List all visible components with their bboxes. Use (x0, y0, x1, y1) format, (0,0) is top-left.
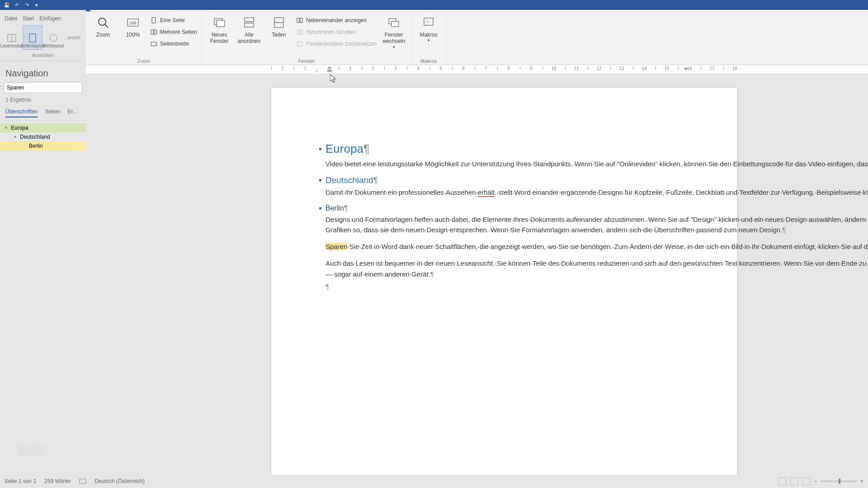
left-group-ansichten: Ansichten (0, 52, 86, 61)
macros-icon (421, 15, 436, 30)
reset-pos-icon (296, 40, 303, 47)
view-print-icon[interactable] (790, 477, 798, 485)
globe-icon (48, 33, 59, 43)
qat-more[interactable]: ▾ (33, 1, 41, 9)
left-btn-seitenlayout[interactable]: Seitenlayout (23, 25, 42, 50)
hundred-percent-button[interactable]: 100 100% (120, 14, 146, 38)
view-web-icon[interactable] (802, 477, 810, 485)
multi-page-button[interactable]: Mehrere Seiten (150, 27, 197, 37)
left-btn-weblayout[interactable]: Weblayout (43, 25, 63, 50)
nav-tab-seiten[interactable]: Seiten (45, 108, 60, 117)
page-width-label: Seitenbreite (160, 41, 189, 47)
status-language[interactable]: Deutsch (Österreich) (94, 478, 145, 484)
paragraph[interactable]: Designs·und·Formatvorlagen·helfen·auch·d… (326, 214, 683, 235)
ruler-tick: 18 (723, 66, 746, 71)
ruler-tick: 13 (610, 66, 633, 71)
switch-window-icon (387, 15, 401, 30)
svg-rect-11 (151, 42, 156, 46)
ruler-tick: 11 (565, 66, 588, 71)
svg-rect-21 (300, 30, 302, 34)
book-icon (6, 33, 17, 43)
nav-item-deutschland[interactable]: ▸ Deutschland (0, 132, 86, 141)
svg-rect-9 (151, 30, 153, 34)
chevron-down-icon: ▸ (14, 134, 17, 139)
nav-item-europa[interactable]: ▸ Europa (0, 123, 86, 132)
left-btn-lesemodus[interactable]: Lesemodus (2, 25, 22, 50)
heading-europa[interactable]: Europa¶ (326, 142, 683, 156)
multi-page-icon (150, 28, 157, 36)
split-icon (272, 15, 286, 30)
right-indent-marker[interactable] (684, 68, 688, 70)
paragraph[interactable]: Damit·Ihr·Dokument·ein·professionelles·A… (326, 187, 683, 197)
heading-deutschland[interactable]: Deutschland¶ (326, 175, 683, 185)
watermark-butterfly-icon (14, 438, 50, 470)
status-page[interactable]: Seite 1 von 1 (5, 478, 36, 484)
heading-berlin[interactable]: Berlin¶ (326, 204, 683, 212)
paragraph[interactable]: Sparen·Sie·Zeit·in·Word·dank·neuer·Schal… (326, 241, 683, 252)
navigation-search-input[interactable] (4, 82, 82, 93)
qat-redo[interactable]: ↷ (23, 1, 31, 9)
group-makros: Makros (416, 57, 441, 64)
collapse-icon[interactable] (319, 207, 321, 209)
zoom-out-button[interactable]: − (814, 478, 817, 484)
nav-item-berlin[interactable]: Berlin (0, 141, 86, 150)
macros-label: Makros (420, 32, 437, 38)
group-zoom: Zoom (90, 57, 197, 64)
navigation-result-count: 1 Ergebnis (0, 93, 86, 107)
document-page[interactable]: Europa¶ Video·bietet·eine·leistungsstark… (271, 88, 737, 474)
ruler-tick: 2 (271, 66, 294, 71)
svg-rect-2 (29, 34, 36, 42)
page-width-icon (150, 40, 157, 47)
qat-save[interactable]: 💾 (3, 1, 11, 9)
ruler-tick: 16 (678, 66, 701, 71)
switch-window-button[interactable]: Fenster wechseln ▾ (381, 14, 406, 50)
status-words[interactable]: 259 Wörter (44, 478, 71, 484)
zoom-slider[interactable] (821, 480, 857, 482)
view-read-icon[interactable] (778, 477, 787, 485)
one-page-button[interactable]: Eine Seite (150, 15, 197, 25)
collapse-icon[interactable] (319, 179, 321, 182)
new-window-button[interactable]: Neues Fenster (207, 14, 232, 45)
status-proof-icon[interactable] (79, 478, 86, 485)
empty-paragraph[interactable]: ¶ (326, 281, 683, 291)
left-tab-start[interactable]: Start (23, 15, 34, 22)
paragraph[interactable]: Auch·das·Lesen·ist·bequemer·in·der·neuen… (326, 258, 683, 279)
svg-point-4 (99, 18, 106, 25)
svg-rect-15 (245, 23, 254, 27)
ruler-tick: 6 (452, 66, 475, 71)
page-width-button[interactable]: Seitenbreite (150, 39, 197, 49)
macros-button[interactable]: Makros ▾ (416, 14, 441, 43)
split-button[interactable]: Teilen (266, 14, 292, 38)
chevron-down-icon: ▸ (5, 125, 8, 130)
left-tab-einfuegen[interactable]: Einfügen (39, 15, 61, 22)
arrange-icon (242, 15, 256, 30)
ruler-tick: 12 (588, 66, 610, 71)
side-by-side-button[interactable]: Nebeneinander anzeigen (296, 15, 377, 25)
left-tab-datei[interactable]: Datei (5, 15, 17, 22)
horizontal-ruler[interactable]: 21123456789101112131415161718 (86, 65, 868, 74)
qat-undo[interactable]: ↶ (13, 1, 21, 9)
nav-item-label: Europa (11, 125, 28, 131)
ruler-tick: 3 (384, 66, 407, 71)
paragraph[interactable]: Video·bietet·eine·leistungsstarke·Möglic… (326, 159, 683, 169)
svg-rect-10 (154, 30, 156, 34)
svg-rect-22 (297, 42, 302, 46)
chevron-down-icon: ▾ (393, 45, 395, 50)
arrange-all-button[interactable]: Alle anordnen (236, 14, 262, 45)
spelling-error[interactable]: erhält (478, 188, 495, 197)
chevron-down-icon: ▾ (428, 38, 430, 43)
svg-rect-20 (297, 30, 299, 34)
nav-tab-ueberschriften[interactable]: Überschriften (5, 108, 38, 117)
side-by-side-label: Nebeneinander anzeigen (306, 17, 367, 23)
navigation-title: Navigation (0, 61, 86, 82)
nav-tab-ergebnisse[interactable]: Er... (67, 108, 77, 117)
collapse-icon[interactable] (319, 148, 321, 150)
zoom-in-button[interactable]: + (860, 478, 863, 484)
first-line-indent-marker[interactable] (327, 66, 333, 73)
group-fenster: Fenster (207, 57, 406, 64)
ruler-tick: 1 (294, 66, 316, 71)
ruler-tick: 9 (520, 66, 542, 71)
multi-page-label: Mehrere Seiten (160, 29, 197, 35)
zoom-button[interactable]: Zoom (90, 14, 116, 38)
one-page-label: Eine Seite (160, 17, 185, 23)
